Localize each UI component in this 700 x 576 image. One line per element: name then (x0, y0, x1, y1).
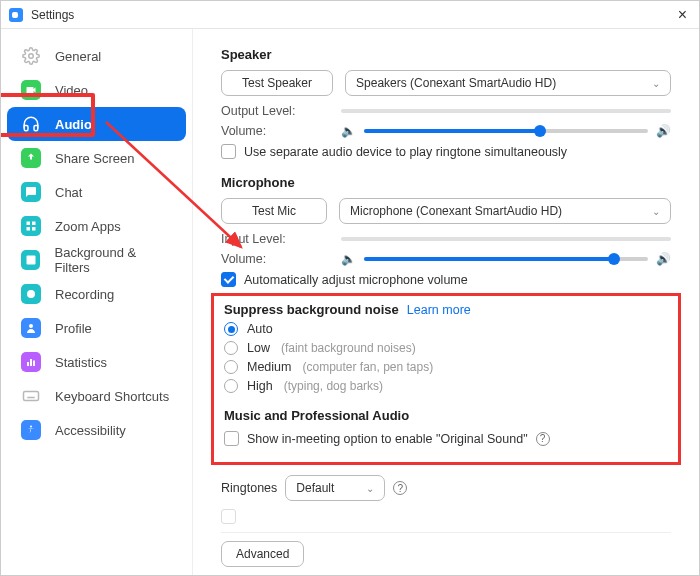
sidebar-item-share-screen[interactable]: Share Screen (7, 141, 186, 175)
output-level-label: Output Level: (221, 104, 341, 118)
mic-volume-label: Volume: (221, 252, 341, 266)
profile-icon (21, 318, 41, 338)
suppress-high-label: High (247, 379, 273, 393)
suppress-low-radio[interactable] (224, 341, 238, 355)
sidebar-item-label: Profile (55, 321, 92, 336)
svg-rect-9 (30, 359, 32, 366)
sidebar-item-label: Audio (55, 117, 92, 132)
annotation-highlight: Suppress background noise Learn more Aut… (211, 293, 681, 465)
suppress-medium-label: Medium (247, 360, 291, 374)
speaker-device-value: Speakers (Conexant SmartAudio HD) (356, 76, 556, 90)
original-sound-label: Show in-meeting option to enable "Origin… (247, 432, 528, 446)
sidebar-item-accessibility[interactable]: Accessibility (7, 413, 186, 447)
suppress-medium-radio[interactable] (224, 360, 238, 374)
sidebar-item-statistics[interactable]: Statistics (7, 345, 186, 379)
help-icon[interactable]: ? (393, 481, 407, 495)
advanced-button[interactable]: Advanced (221, 541, 304, 567)
microphone-heading: Microphone (221, 175, 671, 190)
recording-icon (21, 284, 41, 304)
test-speaker-button[interactable]: Test Speaker (221, 70, 333, 96)
svg-point-7 (29, 324, 33, 328)
svg-rect-2 (32, 222, 36, 226)
auto-adjust-mic-label: Automatically adjust microphone volume (244, 273, 468, 287)
background-icon (21, 250, 40, 270)
headphones-icon (21, 114, 41, 134)
sidebar-item-label: Keyboard Shortcuts (55, 389, 169, 404)
svg-point-6 (27, 290, 35, 298)
speaker-volume-slider[interactable] (364, 129, 648, 133)
sidebar-item-label: Share Screen (55, 151, 135, 166)
sidebar-item-label: Zoom Apps (55, 219, 121, 234)
music-pro-heading: Music and Professional Audio (224, 408, 668, 423)
titlebar: Settings × (1, 1, 699, 29)
suppress-medium-hint: (computer fan, pen taps) (302, 360, 433, 374)
svg-point-0 (29, 54, 34, 59)
output-level-meter (341, 109, 671, 113)
speaker-volume-label: Volume: (221, 124, 341, 138)
suppress-auto-radio[interactable] (224, 322, 238, 336)
test-mic-button[interactable]: Test Mic (221, 198, 327, 224)
original-sound-checkbox[interactable] (224, 431, 239, 446)
chevron-down-icon: ⌄ (652, 206, 660, 217)
gear-icon (21, 46, 41, 66)
sidebar-item-profile[interactable]: Profile (7, 311, 186, 345)
speaker-device-dropdown[interactable]: Speakers (Conexant SmartAudio HD) ⌄ (345, 70, 671, 96)
help-icon[interactable]: ? (536, 432, 550, 446)
svg-rect-4 (32, 227, 36, 231)
ringtones-label: Ringtones (221, 481, 277, 495)
keyboard-icon (21, 386, 41, 406)
sidebar-item-label: Video (55, 83, 88, 98)
sidebar-item-recording[interactable]: Recording (7, 277, 186, 311)
svg-rect-3 (27, 227, 31, 231)
accessibility-icon (21, 420, 41, 440)
volume-high-icon: 🔊 (656, 124, 671, 138)
microphone-device-value: Microphone (Conexant SmartAudio HD) (350, 204, 562, 218)
video-icon (21, 80, 41, 100)
statistics-icon (21, 352, 41, 372)
content-panel: Speaker Test Speaker Speakers (Conexant … (193, 29, 699, 575)
sidebar-item-keyboard-shortcuts[interactable]: Keyboard Shortcuts (7, 379, 186, 413)
suppress-auto-label: Auto (247, 322, 273, 336)
sidebar-item-zoom-apps[interactable]: Zoom Apps (7, 209, 186, 243)
sidebar-item-general[interactable]: General (7, 39, 186, 73)
mic-volume-slider[interactable] (364, 257, 648, 261)
separate-ringtone-checkbox[interactable] (221, 144, 236, 159)
suppress-low-hint: (faint background noises) (281, 341, 416, 355)
sidebar-item-video[interactable]: Video (7, 73, 186, 107)
cutoff-text (244, 510, 247, 524)
suppress-high-radio[interactable] (224, 379, 238, 393)
sidebar-item-label: General (55, 49, 101, 64)
svg-point-12 (30, 426, 32, 428)
sidebar-item-label: Chat (55, 185, 82, 200)
sidebar-item-audio[interactable]: Audio (7, 107, 186, 141)
microphone-device-dropdown[interactable]: Microphone (Conexant SmartAudio HD) ⌄ (339, 198, 671, 224)
app-icon (9, 8, 23, 22)
svg-rect-11 (24, 392, 39, 401)
sidebar-item-label: Recording (55, 287, 114, 302)
svg-rect-1 (27, 222, 31, 226)
sidebar: General Video Audio Share Screen Chat (1, 29, 193, 575)
volume-low-icon: 🔈 (341, 124, 356, 138)
separate-ringtone-label: Use separate audio device to play ringto… (244, 145, 567, 159)
svg-rect-8 (27, 362, 29, 366)
close-button[interactable]: × (674, 6, 691, 24)
input-level-meter (341, 237, 671, 241)
suppress-heading: Suppress background noise (224, 302, 399, 317)
sidebar-item-label: Background & Filters (54, 245, 172, 275)
ringtones-value: Default (296, 481, 334, 495)
chat-icon (21, 182, 41, 202)
window-title: Settings (31, 8, 74, 22)
suppress-low-label: Low (247, 341, 270, 355)
ringtones-dropdown[interactable]: Default ⌄ (285, 475, 385, 501)
auto-adjust-mic-checkbox[interactable] (221, 272, 236, 287)
suppress-high-hint: (typing, dog barks) (284, 379, 383, 393)
sidebar-item-background-filters[interactable]: Background & Filters (7, 243, 186, 277)
hidden-checkbox[interactable] (221, 509, 236, 524)
volume-low-icon: 🔈 (341, 252, 356, 266)
apps-icon (21, 216, 41, 236)
sidebar-item-label: Statistics (55, 355, 107, 370)
sidebar-item-chat[interactable]: Chat (7, 175, 186, 209)
learn-more-link[interactable]: Learn more (407, 303, 471, 317)
settings-window: Settings × General Video Audio Share (0, 0, 700, 576)
chevron-down-icon: ⌄ (366, 483, 374, 494)
